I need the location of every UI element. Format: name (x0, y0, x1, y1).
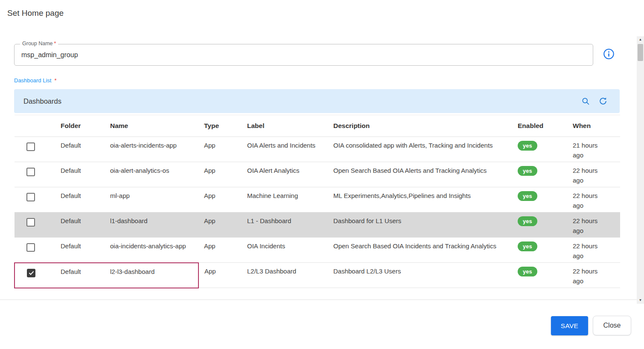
enabled-badge: yes (518, 241, 537, 251)
col-header-enabled: Enabled (512, 115, 567, 137)
required-asterisk: * (54, 77, 56, 84)
col-header-when: When (567, 115, 620, 137)
cell-type: App (198, 162, 242, 187)
table-row[interactable]: Defaultoia-alert-analytics-osAppOIA Aler… (15, 162, 620, 187)
cell-checkbox (15, 263, 55, 288)
table-row[interactable]: Defaultl1-dashboardAppL1 - DashboardDash… (15, 212, 620, 238)
group-name-value[interactable]: msp_admin_group (15, 44, 593, 65)
row-checkbox[interactable] (26, 143, 35, 151)
cell-name: ml-app (105, 187, 198, 212)
cell-name: oia-alert-analytics-os (105, 162, 198, 187)
enabled-badge: yes (518, 191, 537, 201)
search-icon[interactable] (581, 97, 590, 105)
dashboards-panel-header: Dashboards (14, 89, 620, 113)
scrollbar-thumb[interactable] (638, 44, 643, 61)
cell-name: oia-alerts-incidents-app (105, 137, 198, 162)
cell-type: App (198, 238, 242, 263)
cell-checkbox (15, 187, 55, 212)
cell-description: Open Search Based OIA Alerts and Trackin… (328, 162, 512, 187)
cell-type: App (198, 263, 242, 288)
dashboards-panel: Dashboards (14, 89, 620, 288)
content-divider (0, 300, 637, 300)
cell-folder: Default (55, 263, 105, 288)
cell-name: oia-incidents-analytics-app (105, 238, 198, 263)
dashboard-list-label: Dashboard List* (14, 77, 57, 84)
enabled-badge: yes (518, 267, 537, 276)
set-home-page-dialog: Set Home page Group Name* msp_admin_grou… (0, 0, 644, 349)
cell-description: Dashboard L2/L3 Users (328, 263, 512, 288)
cell-when: 22 hours ago (567, 187, 620, 212)
cell-type: App (198, 137, 242, 162)
cell-label: OIA Alert Analytics (242, 162, 328, 187)
cell-label: L2/L3 Dashboard (242, 263, 328, 288)
cell-folder: Default (55, 162, 105, 187)
col-header-type: Type (198, 115, 242, 137)
col-header-description: Description (328, 115, 512, 137)
cell-enabled: yes (512, 212, 567, 238)
cell-when: 22 hours ago (567, 212, 620, 238)
panel-title: Dashboards (23, 97, 61, 105)
col-header-name: Name (105, 115, 198, 137)
page-title: Set Home page (7, 9, 64, 18)
group-name-label: Group Name* (20, 41, 58, 47)
row-checkbox[interactable] (26, 243, 35, 252)
cell-label: Machine Learning (242, 187, 328, 212)
cell-folder: Default (55, 187, 105, 212)
dashboards-table: FolderNameTypeLabelDescriptionEnabledWhe… (14, 115, 620, 288)
cell-description: Dashboard for L1 Users (328, 212, 512, 238)
cell-checkbox (15, 238, 55, 263)
cell-enabled: yes (512, 162, 567, 187)
table-row[interactable]: Defaultml-appAppMachine LearningML Exper… (15, 187, 620, 212)
cell-when: 22 hours ago (567, 263, 620, 288)
cell-description: Open Search Based OIA Incidents and Trac… (328, 238, 512, 263)
cell-checkbox (15, 137, 55, 162)
row-checkbox[interactable] (26, 218, 35, 227)
refresh-icon[interactable] (598, 96, 608, 106)
table-row[interactable]: Defaultl2-l3-dashboardAppL2/L3 Dashboard… (15, 263, 620, 288)
cell-when: 22 hours ago (567, 162, 620, 187)
group-name-field[interactable]: Group Name* msp_admin_group (14, 44, 593, 66)
table-header-row: FolderNameTypeLabelDescriptionEnabledWhe… (15, 115, 620, 137)
vertical-scrollbar[interactable]: ▲ ▼ (637, 36, 644, 304)
row-checkbox[interactable] (26, 193, 35, 201)
info-icon[interactable] (603, 48, 615, 60)
panel-header-icons (581, 96, 608, 106)
cell-enabled: yes (512, 238, 567, 263)
dashboard-table-body: Defaultoia-alerts-incidents-appAppOIA Al… (15, 137, 620, 288)
cell-when: 22 hours ago (567, 238, 620, 263)
cell-label: OIA Alerts and Incidents (242, 137, 328, 162)
cell-enabled: yes (512, 187, 567, 212)
table-row[interactable]: Defaultoia-alerts-incidents-appAppOIA Al… (15, 137, 620, 162)
col-header-folder: Folder (55, 115, 105, 137)
table-row[interactable]: Defaultoia-incidents-analytics-appAppOIA… (15, 238, 620, 263)
close-button[interactable]: Close (593, 316, 631, 335)
row-checkbox[interactable] (27, 269, 35, 277)
cell-type: App (198, 212, 242, 238)
cell-checkbox (15, 212, 55, 238)
col-header-checkbox (15, 115, 55, 137)
cell-type: App (198, 187, 242, 212)
cell-label: L1 - Dashboard (242, 212, 328, 238)
col-header-label: Label (242, 115, 328, 137)
cell-description: ML Experiments,Analytics,Pipelines and I… (328, 187, 512, 212)
checkmark-icon (28, 270, 35, 276)
cell-label: OIA Incidents (242, 238, 328, 263)
cell-enabled: yes (512, 137, 567, 162)
enabled-badge: yes (518, 216, 537, 226)
cell-name: l2-l3-dashboard (105, 263, 198, 288)
cell-name: l1-dashboard (105, 212, 198, 238)
cell-folder: Default (55, 238, 105, 263)
cell-description: OIA consolidated app with Alerts, Tracki… (328, 137, 512, 162)
row-checkbox[interactable] (26, 168, 35, 176)
enabled-badge: yes (518, 141, 537, 151)
cell-enabled: yes (512, 263, 567, 288)
cell-checkbox (15, 162, 55, 187)
scrollbar-up-arrow[interactable]: ▲ (637, 36, 644, 43)
required-asterisk: * (54, 41, 56, 47)
cell-folder: Default (55, 212, 105, 238)
cell-folder: Default (55, 137, 105, 162)
enabled-badge: yes (518, 166, 537, 176)
scrollbar-down-arrow[interactable]: ▼ (637, 297, 644, 304)
cell-when: 21 hours ago (567, 137, 620, 162)
save-button[interactable]: SAVE (551, 316, 588, 335)
